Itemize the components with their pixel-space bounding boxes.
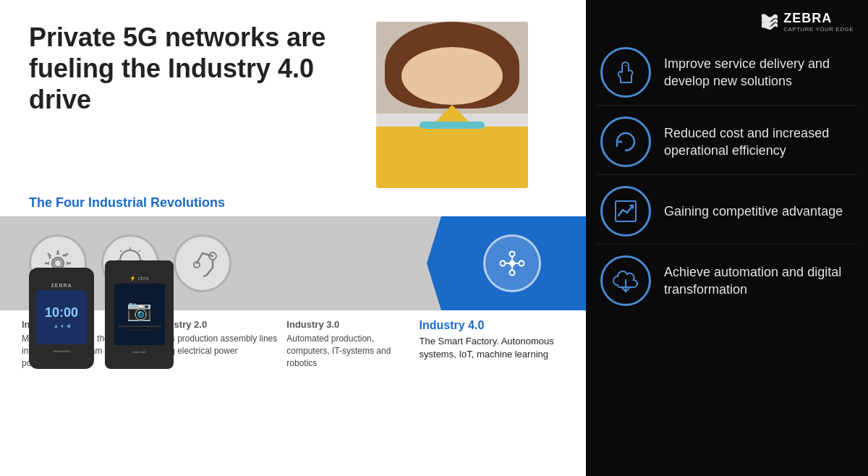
zebra-logo: ZEBRA CAPTURE YOUR EDGE <box>759 11 854 33</box>
chart-icon-circle <box>600 186 651 237</box>
feature-item-3: Gaining competitive advantage <box>597 179 857 245</box>
industry-3-name: Industry 3.0 <box>286 319 412 330</box>
refresh-icon-circle <box>600 116 651 167</box>
svg-point-23 <box>519 261 524 266</box>
left-panel: Private 5G networks are fueling the Indu… <box>0 0 586 476</box>
feature-item-4: Achieve automation and digital transform… <box>597 248 857 313</box>
industry-col-4: Industry 4.0 The Smart Factory. Autonomo… <box>420 319 564 369</box>
industry-4-arrow <box>427 216 586 310</box>
features-list: Improve service delivery and develop new… <box>586 36 868 476</box>
refresh-icon <box>613 129 639 155</box>
cloud-icon <box>612 268 639 294</box>
svg-line-13 <box>139 250 140 252</box>
svg-point-21 <box>509 271 514 276</box>
zebra-logo-area: ZEBRA CAPTURE YOUR EDGE <box>586 0 868 36</box>
touch-icon-circle <box>600 47 651 98</box>
zebra-tagline: CAPTURE YOUR EDGE <box>783 26 854 33</box>
zebra-stripes-icon <box>759 12 779 32</box>
feature-1-text: Improve service delivery and develop new… <box>664 55 854 90</box>
feature-2-text: Reduced cost and increased operational e… <box>664 124 854 160</box>
chart-icon <box>613 198 639 224</box>
touch-icon <box>613 59 639 85</box>
feature-3-text: Gaining competitive advantage <box>664 203 843 220</box>
industry-col-2: Industry 2.0 Mass production assembly li… <box>154 319 286 369</box>
timeline-section: Industry 1.0 Mechanization and the intro… <box>0 216 586 369</box>
industry-col-3: Industry 3.0 Automated production, compu… <box>286 319 419 369</box>
svg-point-19 <box>509 260 515 266</box>
necklace <box>420 122 485 129</box>
person-photo <box>376 22 528 188</box>
industry-4-name: Industry 4.0 <box>420 319 557 332</box>
industry-3-circle <box>166 216 239 310</box>
svg-point-20 <box>509 252 514 257</box>
right-panel: ZEBRA CAPTURE YOUR EDGE Improve service … <box>586 0 868 476</box>
industry-3-desc: Automated production, computers, IT-syst… <box>286 333 412 369</box>
photo-face <box>401 47 503 105</box>
svg-line-14 <box>120 250 122 252</box>
title-area: Private 5G networks are fueling the Indu… <box>0 0 586 188</box>
zebra-text: ZEBRA CAPTURE YOUR EDGE <box>783 11 854 33</box>
main-title: Private 5G networks are fueling the Indu… <box>29 22 362 116</box>
svg-point-22 <box>500 261 505 266</box>
jacket <box>376 127 528 188</box>
feature-item-2: Reduced cost and increased operational e… <box>597 109 857 175</box>
feature-4-text: Achieve automation and digital transform… <box>664 263 854 299</box>
revolutions-heading: The Four Industrial Revolutions <box>0 188 586 216</box>
svg-line-8 <box>65 253 68 256</box>
svg-point-28 <box>625 65 626 67</box>
cbrs-device: ⚡ cbrs 📷 ▬ ▬ <box>105 260 174 369</box>
svg-line-6 <box>48 253 51 256</box>
zebra-phone: ZEBRA 10:00 ▲ ● ◀ ▬▬▬ <box>29 268 94 369</box>
robot-arm-icon <box>174 234 231 292</box>
feature-item-1: Improve service delivery and develop new… <box>597 40 857 106</box>
network-icon <box>483 234 541 292</box>
industry-4-desc: The Smart Factory. Autonomous systems, I… <box>420 335 557 361</box>
devices-area: ZEBRA 10:00 ▲ ● ◀ ▬▬▬ ⚡ cbrs 📷 <box>29 260 174 369</box>
zebra-brand: ZEBRA <box>783 11 832 26</box>
cloud-icon-circle <box>600 255 651 306</box>
